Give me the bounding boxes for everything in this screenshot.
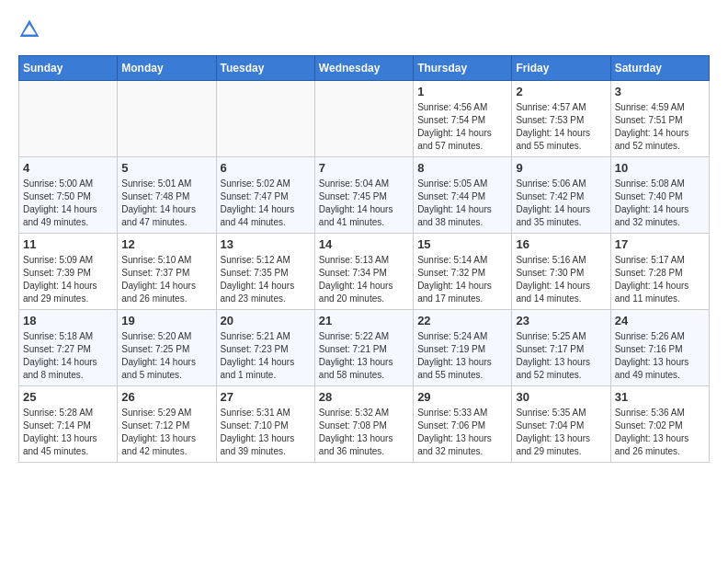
day-number: 5 <box>121 161 211 175</box>
calendar-cell: 15Sunrise: 5:14 AM Sunset: 7:32 PM Dayli… <box>414 234 512 310</box>
day-number: 20 <box>221 314 311 327</box>
day-number: 3 <box>615 85 705 98</box>
day-info: Sunrise: 5:28 AM Sunset: 7:14 PM Dayligh… <box>23 407 113 458</box>
day-info: Sunrise: 5:06 AM Sunset: 7:42 PM Dayligh… <box>516 178 606 229</box>
calendar-cell: 2Sunrise: 4:57 AM Sunset: 7:53 PM Daylig… <box>512 81 610 157</box>
day-info: Sunrise: 5:05 AM Sunset: 7:44 PM Dayligh… <box>417 178 507 229</box>
logo-icon <box>18 18 40 40</box>
day-number: 18 <box>23 314 113 327</box>
calendar-cell: 30Sunrise: 5:35 AM Sunset: 7:04 PM Dayli… <box>512 386 610 463</box>
day-number: 7 <box>319 161 409 175</box>
calendar-cell: 18Sunrise: 5:18 AM Sunset: 7:27 PM Dayli… <box>19 310 118 386</box>
day-info: Sunrise: 5:14 AM Sunset: 7:32 PM Dayligh… <box>417 254 507 305</box>
weekday-header-tuesday: Tuesday <box>216 56 314 81</box>
day-info: Sunrise: 5:25 AM Sunset: 7:17 PM Dayligh… <box>516 330 606 382</box>
day-number: 21 <box>319 314 409 327</box>
day-info: Sunrise: 4:56 AM Sunset: 7:54 PM Dayligh… <box>417 101 507 153</box>
day-number: 16 <box>516 237 606 251</box>
week-row-1: 1Sunrise: 4:56 AM Sunset: 7:54 PM Daylig… <box>19 81 710 157</box>
day-number: 17 <box>615 237 705 251</box>
day-info: Sunrise: 5:09 AM Sunset: 7:39 PM Dayligh… <box>23 254 113 305</box>
day-number: 12 <box>121 237 211 251</box>
day-info: Sunrise: 5:18 AM Sunset: 7:27 PM Dayligh… <box>23 330 113 382</box>
day-number: 22 <box>417 314 507 327</box>
calendar-table: SundayMondayTuesdayWednesdayThursdayFrid… <box>18 55 710 463</box>
calendar-cell <box>314 81 413 157</box>
day-number: 1 <box>417 85 507 98</box>
weekday-header-friday: Friday <box>512 56 610 81</box>
day-info: Sunrise: 5:22 AM Sunset: 7:21 PM Dayligh… <box>319 330 409 382</box>
calendar-cell: 12Sunrise: 5:10 AM Sunset: 7:37 PM Dayli… <box>118 234 216 310</box>
day-info: Sunrise: 5:13 AM Sunset: 7:34 PM Dayligh… <box>319 254 409 305</box>
day-info: Sunrise: 5:26 AM Sunset: 7:16 PM Dayligh… <box>615 330 705 382</box>
calendar-cell: 17Sunrise: 5:17 AM Sunset: 7:28 PM Dayli… <box>610 234 709 310</box>
calendar-cell: 20Sunrise: 5:21 AM Sunset: 7:23 PM Dayli… <box>216 310 314 386</box>
day-info: Sunrise: 5:33 AM Sunset: 7:06 PM Dayligh… <box>417 407 507 458</box>
day-info: Sunrise: 5:01 AM Sunset: 7:48 PM Dayligh… <box>121 178 211 229</box>
calendar-cell: 21Sunrise: 5:22 AM Sunset: 7:21 PM Dayli… <box>314 310 413 386</box>
calendar-cell: 3Sunrise: 4:59 AM Sunset: 7:51 PM Daylig… <box>610 81 709 157</box>
calendar-cell: 16Sunrise: 5:16 AM Sunset: 7:30 PM Dayli… <box>512 234 610 310</box>
calendar-cell: 5Sunrise: 5:01 AM Sunset: 7:48 PM Daylig… <box>118 157 216 234</box>
day-info: Sunrise: 5:08 AM Sunset: 7:40 PM Dayligh… <box>615 178 705 229</box>
day-number: 28 <box>319 390 409 404</box>
day-number: 14 <box>319 237 409 251</box>
calendar-cell: 25Sunrise: 5:28 AM Sunset: 7:14 PM Dayli… <box>19 386 118 463</box>
day-info: Sunrise: 5:04 AM Sunset: 7:45 PM Dayligh… <box>319 178 409 229</box>
day-info: Sunrise: 5:32 AM Sunset: 7:08 PM Dayligh… <box>319 407 409 458</box>
day-number: 25 <box>23 390 113 404</box>
day-number: 29 <box>417 390 507 404</box>
day-info: Sunrise: 4:59 AM Sunset: 7:51 PM Dayligh… <box>615 101 705 153</box>
day-info: Sunrise: 5:24 AM Sunset: 7:19 PM Dayligh… <box>417 330 507 382</box>
day-number: 15 <box>417 237 507 251</box>
week-row-2: 4Sunrise: 5:00 AM Sunset: 7:50 PM Daylig… <box>19 157 710 234</box>
day-info: Sunrise: 5:21 AM Sunset: 7:23 PM Dayligh… <box>221 330 311 382</box>
calendar-cell: 29Sunrise: 5:33 AM Sunset: 7:06 PM Dayli… <box>414 386 512 463</box>
weekday-header-saturday: Saturday <box>610 56 709 81</box>
calendar-cell: 6Sunrise: 5:02 AM Sunset: 7:47 PM Daylig… <box>216 157 314 234</box>
calendar-cell: 28Sunrise: 5:32 AM Sunset: 7:08 PM Dayli… <box>314 386 413 463</box>
calendar-cell <box>118 81 216 157</box>
weekday-header-monday: Monday <box>118 56 216 81</box>
day-number: 19 <box>121 314 211 327</box>
weekday-header-thursday: Thursday <box>414 56 512 81</box>
day-number: 26 <box>121 390 211 404</box>
day-number: 8 <box>417 161 507 175</box>
day-number: 31 <box>615 390 705 404</box>
day-number: 13 <box>221 237 311 251</box>
calendar-cell: 27Sunrise: 5:31 AM Sunset: 7:10 PM Dayli… <box>216 386 314 463</box>
calendar-cell: 9Sunrise: 5:06 AM Sunset: 7:42 PM Daylig… <box>512 157 610 234</box>
page-header <box>18 18 710 40</box>
calendar-cell: 26Sunrise: 5:29 AM Sunset: 7:12 PM Dayli… <box>118 386 216 463</box>
day-number: 9 <box>516 161 606 175</box>
day-info: Sunrise: 5:20 AM Sunset: 7:25 PM Dayligh… <box>121 330 211 382</box>
day-info: Sunrise: 5:16 AM Sunset: 7:30 PM Dayligh… <box>516 254 606 305</box>
logo <box>18 18 44 40</box>
calendar-cell: 8Sunrise: 5:05 AM Sunset: 7:44 PM Daylig… <box>414 157 512 234</box>
day-number: 2 <box>516 85 606 98</box>
calendar-cell <box>216 81 314 157</box>
day-number: 6 <box>221 161 311 175</box>
calendar-cell: 13Sunrise: 5:12 AM Sunset: 7:35 PM Dayli… <box>216 234 314 310</box>
day-info: Sunrise: 5:10 AM Sunset: 7:37 PM Dayligh… <box>121 254 211 305</box>
calendar-cell: 7Sunrise: 5:04 AM Sunset: 7:45 PM Daylig… <box>314 157 413 234</box>
day-number: 24 <box>615 314 705 327</box>
calendar-cell <box>19 81 118 157</box>
day-number: 11 <box>23 237 113 251</box>
day-number: 10 <box>615 161 705 175</box>
day-info: Sunrise: 5:31 AM Sunset: 7:10 PM Dayligh… <box>221 407 311 458</box>
calendar-cell: 24Sunrise: 5:26 AM Sunset: 7:16 PM Dayli… <box>610 310 709 386</box>
calendar-cell: 22Sunrise: 5:24 AM Sunset: 7:19 PM Dayli… <box>414 310 512 386</box>
calendar-cell: 10Sunrise: 5:08 AM Sunset: 7:40 PM Dayli… <box>610 157 709 234</box>
day-info: Sunrise: 4:57 AM Sunset: 7:53 PM Dayligh… <box>516 101 606 153</box>
day-info: Sunrise: 5:36 AM Sunset: 7:02 PM Dayligh… <box>615 407 705 458</box>
calendar-cell: 19Sunrise: 5:20 AM Sunset: 7:25 PM Dayli… <box>118 310 216 386</box>
weekday-header-sunday: Sunday <box>19 56 118 81</box>
calendar-cell: 4Sunrise: 5:00 AM Sunset: 7:50 PM Daylig… <box>19 157 118 234</box>
weekday-header-wednesday: Wednesday <box>314 56 413 81</box>
day-number: 27 <box>221 390 311 404</box>
day-info: Sunrise: 5:02 AM Sunset: 7:47 PM Dayligh… <box>221 178 311 229</box>
week-row-4: 18Sunrise: 5:18 AM Sunset: 7:27 PM Dayli… <box>19 310 710 386</box>
calendar-cell: 14Sunrise: 5:13 AM Sunset: 7:34 PM Dayli… <box>314 234 413 310</box>
day-info: Sunrise: 5:17 AM Sunset: 7:28 PM Dayligh… <box>615 254 705 305</box>
